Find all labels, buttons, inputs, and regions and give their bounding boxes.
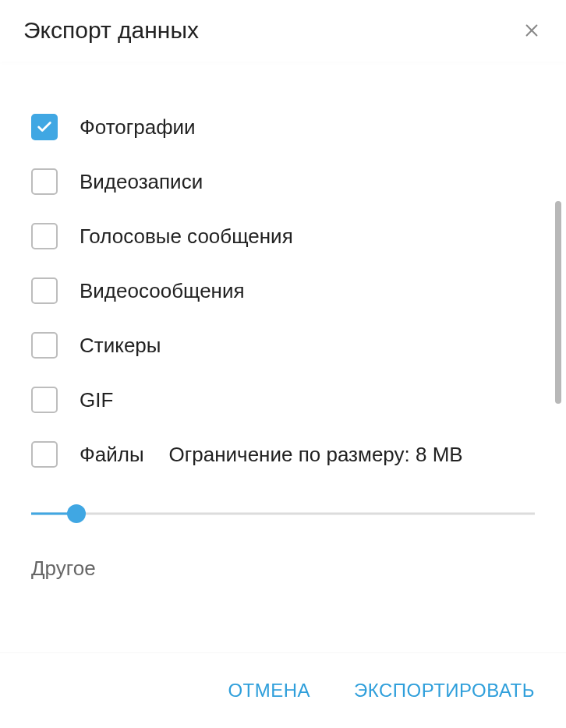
cancel-button[interactable]: ОТМЕНА bbox=[225, 673, 313, 708]
option-stickers-label: Стикеры bbox=[80, 334, 161, 358]
option-video-messages[interactable]: Видеосообщения bbox=[31, 263, 535, 318]
option-gif[interactable]: GIF bbox=[31, 373, 535, 427]
checkbox-gif[interactable] bbox=[31, 387, 58, 413]
option-voice-label: Голосовые сообщения bbox=[80, 224, 293, 249]
export-dialog: Экспорт данных Фотографии bbox=[0, 0, 566, 728]
slider-track bbox=[31, 513, 535, 515]
checkbox-video-messages[interactable] bbox=[31, 277, 58, 304]
slider-thumb[interactable] bbox=[67, 504, 86, 523]
dialog-content: Фотографии Видеозаписи bbox=[0, 61, 566, 652]
checkbox-list: Фотографии Видеозаписи bbox=[31, 100, 535, 482]
check-icon bbox=[36, 118, 53, 136]
checkbox-videos[interactable] bbox=[31, 168, 58, 195]
option-files[interactable]: Файлы Ограничение по размеру: 8 MB bbox=[31, 427, 535, 482]
content-wrapper: Фотографии Видеозаписи bbox=[0, 61, 566, 652]
dialog-header: Экспорт данных bbox=[0, 0, 566, 61]
size-limit-text: Ограничение по размеру: 8 MB bbox=[169, 443, 463, 467]
dialog-footer: ОТМЕНА ЭКСПОРТИРОВАТЬ bbox=[0, 652, 566, 728]
option-files-label: Файлы bbox=[80, 443, 144, 467]
close-button[interactable] bbox=[521, 19, 543, 41]
other-section-label: Другое bbox=[31, 557, 535, 581]
size-limit-slider[interactable] bbox=[31, 502, 535, 525]
export-button[interactable]: ЭКСПОРТИРОВАТЬ bbox=[351, 673, 538, 708]
option-videos[interactable]: Видеозаписи bbox=[31, 154, 535, 209]
option-photos-label: Фотографии bbox=[80, 115, 196, 140]
option-photos[interactable]: Фотографии bbox=[31, 100, 535, 154]
scrollbar[interactable] bbox=[555, 201, 561, 404]
dialog-title: Экспорт данных bbox=[23, 17, 199, 44]
option-video-messages-label: Видеосообщения bbox=[80, 279, 245, 303]
checkbox-photos[interactable] bbox=[31, 114, 58, 140]
close-icon bbox=[523, 22, 540, 39]
option-stickers[interactable]: Стикеры bbox=[31, 318, 535, 373]
checkbox-voice[interactable] bbox=[31, 223, 58, 249]
option-voice[interactable]: Голосовые сообщения bbox=[31, 209, 535, 263]
option-videos-label: Видеозаписи bbox=[80, 170, 203, 194]
option-gif-label: GIF bbox=[80, 388, 113, 412]
checkbox-stickers[interactable] bbox=[31, 332, 58, 359]
checkbox-files[interactable] bbox=[31, 441, 58, 468]
